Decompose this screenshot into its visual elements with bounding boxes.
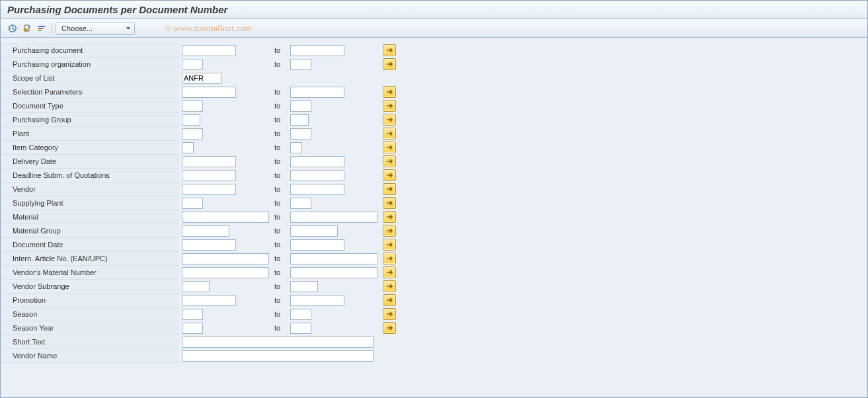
- vendor-matnr-from-input[interactable]: [182, 267, 269, 278]
- selection-params-from-input[interactable]: [182, 87, 236, 98]
- to-label: to: [274, 213, 280, 221]
- label-material-group: Material Group: [13, 227, 61, 235]
- promotion-from-input[interactable]: [182, 295, 236, 306]
- get-variant-icon[interactable]: [20, 22, 34, 35]
- multiple-selection-button[interactable]: [383, 114, 396, 126]
- multiple-selection-button[interactable]: [383, 183, 396, 195]
- vendor-from-input[interactable]: [182, 184, 236, 195]
- purchasing-document-to-input[interactable]: [290, 45, 344, 56]
- multiple-selection-button[interactable]: [383, 141, 396, 153]
- document-type-to-input[interactable]: [290, 100, 311, 112]
- selection-params-to-input[interactable]: [290, 87, 344, 98]
- delivery-date-from-input[interactable]: [182, 156, 236, 167]
- row-delivery-date: Delivery Date to: [1, 155, 867, 169]
- plant-to-input[interactable]: [290, 128, 311, 139]
- to-label: to: [274, 130, 280, 138]
- label-vendor-name: Vendor Name: [13, 352, 57, 360]
- deadline-quot-to-input[interactable]: [290, 170, 344, 181]
- material-group-to-input[interactable]: [290, 225, 338, 237]
- choose-label: Choose...: [61, 24, 93, 32]
- document-date-from-input[interactable]: [182, 239, 236, 251]
- multiple-selection-button[interactable]: [383, 280, 396, 292]
- plant-from-input[interactable]: [182, 128, 203, 139]
- short-text-input[interactable]: [182, 337, 374, 348]
- page-title: Purchasing Documents per Document Number: [7, 4, 227, 15]
- item-category-to-input[interactable]: [290, 142, 302, 153]
- multiple-selection-button[interactable]: [383, 225, 396, 237]
- label-season-year: Season Year: [13, 324, 54, 332]
- purchasing-org-from-input[interactable]: [182, 59, 203, 70]
- sort-icon[interactable]: [35, 22, 48, 35]
- row-vendor: Vendor to: [1, 182, 867, 196]
- multiple-selection-button[interactable]: [383, 308, 396, 320]
- label-material: Material: [13, 213, 38, 221]
- label-supplying-plant: Supplying Plant: [13, 199, 63, 207]
- row-vendor-subrange: Vendor Subrange to: [1, 280, 867, 294]
- purchasing-org-to-input[interactable]: [290, 59, 311, 70]
- season-from-input[interactable]: [182, 309, 203, 320]
- label-document-type: Document Type: [13, 102, 63, 110]
- material-from-input[interactable]: [182, 212, 269, 223]
- ean-upc-from-input[interactable]: [182, 253, 269, 264]
- season-year-to-input[interactable]: [290, 323, 311, 334]
- scope-of-list-input[interactable]: [182, 73, 221, 84]
- multiple-selection-button[interactable]: [383, 253, 396, 264]
- to-label: to: [274, 171, 280, 179]
- label-season: Season: [13, 310, 37, 318]
- season-to-input[interactable]: [290, 309, 311, 320]
- to-label: to: [274, 296, 280, 304]
- label-purchasing-group: Purchasing Group: [13, 116, 71, 124]
- label-document-date: Document Date: [13, 241, 63, 249]
- purchasing-document-from-input[interactable]: [182, 45, 236, 56]
- vendor-matnr-to-input[interactable]: [290, 267, 377, 278]
- material-to-input[interactable]: [290, 212, 377, 223]
- multiple-selection-button[interactable]: [383, 58, 396, 70]
- multiple-selection-button[interactable]: [383, 169, 396, 181]
- label-purchasing-document: Purchasing document: [13, 46, 83, 54]
- vendor-to-input[interactable]: [290, 184, 344, 195]
- purchasing-group-from-input[interactable]: [182, 114, 200, 126]
- multiple-selection-button[interactable]: [383, 100, 396, 112]
- choose-button[interactable]: Choose...: [56, 22, 135, 35]
- multiple-selection-button[interactable]: [383, 197, 396, 209]
- row-plant: Plant to: [1, 127, 867, 141]
- supplying-plant-from-input[interactable]: [182, 198, 203, 209]
- toolbar: Choose... © www.tutorialkart.com: [1, 19, 867, 38]
- row-purchasing-document: Purchasing document to: [1, 44, 867, 58]
- item-category-from-input[interactable]: [182, 142, 194, 153]
- label-vendor-matnr: Vendor's Material Number: [13, 268, 97, 276]
- purchasing-group-to-input[interactable]: [290, 114, 309, 126]
- label-promotion: Promotion: [13, 296, 46, 304]
- multiple-selection-button[interactable]: [383, 155, 396, 167]
- execute-icon[interactable]: [6, 22, 19, 35]
- document-type-from-input[interactable]: [182, 100, 203, 112]
- delivery-date-to-input[interactable]: [290, 156, 344, 167]
- row-material: Material to: [1, 210, 867, 224]
- to-label: to: [274, 88, 280, 96]
- label-plant: Plant: [13, 130, 29, 138]
- multiple-selection-button[interactable]: [383, 86, 396, 98]
- multiple-selection-button[interactable]: [383, 239, 396, 251]
- promotion-to-input[interactable]: [290, 295, 344, 306]
- vendor-subrange-to-input[interactable]: [290, 281, 318, 292]
- document-date-to-input[interactable]: [290, 239, 344, 251]
- vendor-subrange-from-input[interactable]: [182, 281, 210, 292]
- vendor-name-input[interactable]: [182, 350, 374, 362]
- multiple-selection-button[interactable]: [383, 294, 396, 306]
- to-label: to: [274, 241, 280, 249]
- multiple-selection-button[interactable]: [383, 128, 396, 139]
- supplying-plant-to-input[interactable]: [290, 198, 311, 209]
- multiple-selection-button[interactable]: [383, 322, 396, 334]
- svg-rect-4: [38, 26, 45, 27]
- deadline-quot-from-input[interactable]: [182, 170, 236, 181]
- material-group-from-input[interactable]: [182, 225, 229, 237]
- multiple-selection-button[interactable]: [383, 266, 396, 278]
- ean-upc-to-input[interactable]: [290, 253, 377, 264]
- season-year-from-input[interactable]: [182, 323, 203, 334]
- label-ean-upc: Intern. Article No. (EAN/UPC): [13, 255, 108, 262]
- to-label: to: [274, 157, 280, 165]
- label-short-text: Short Text: [13, 338, 45, 346]
- multiple-selection-button[interactable]: [383, 211, 396, 223]
- multiple-selection-button[interactable]: [383, 44, 396, 56]
- to-label: to: [274, 324, 280, 332]
